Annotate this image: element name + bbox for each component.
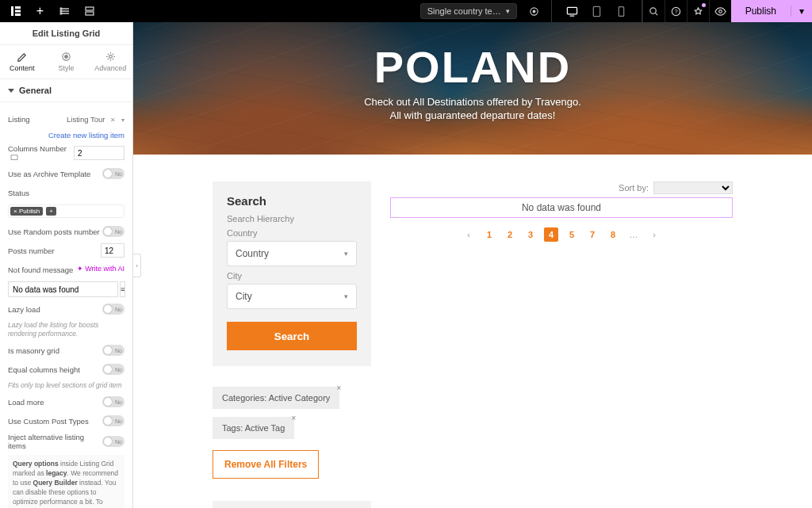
template-picker[interactable]: Single country te… ▾ bbox=[420, 3, 517, 19]
status-chip-publish[interactable]: × Publish bbox=[10, 207, 43, 216]
section-general[interactable]: General bbox=[0, 79, 132, 102]
hero-subtitle-2: All with guaranteed departure dates! bbox=[390, 109, 556, 121]
sort-by-select[interactable] bbox=[653, 181, 733, 194]
page-5[interactable]: 5 bbox=[565, 227, 579, 242]
svg-rect-3 bbox=[15, 13, 21, 16]
publish-options-caret[interactable]: ▾ bbox=[791, 6, 812, 17]
chevron-down-icon: ▾ bbox=[344, 250, 348, 258]
svg-point-19 bbox=[65, 55, 68, 59]
whats-new-icon[interactable] bbox=[687, 0, 709, 22]
loadmore-toggle[interactable]: No bbox=[102, 396, 124, 407]
lazy-label: Lazy load bbox=[8, 305, 102, 314]
svg-point-10 bbox=[533, 10, 535, 13]
random-label: Use Random posts number bbox=[8, 227, 102, 236]
finder-icon[interactable] bbox=[642, 0, 665, 22]
page-7[interactable]: 7 bbox=[585, 227, 599, 242]
preview-canvas: POLAND Check out All Destinations offere… bbox=[133, 22, 812, 508]
svg-point-17 bbox=[718, 10, 722, 13]
lazy-toggle[interactable]: No bbox=[102, 304, 124, 315]
listing-label: Listing bbox=[8, 115, 67, 124]
svg-rect-2 bbox=[15, 10, 21, 13]
tab-style[interactable]: Style bbox=[44, 45, 89, 78]
elementor-logo-icon[interactable] bbox=[10, 6, 21, 17]
add-element-icon[interactable]: + bbox=[34, 6, 46, 17]
lazy-hint: Lazy load the listing for boosts renderi… bbox=[8, 321, 124, 338]
preview-icon[interactable] bbox=[709, 0, 731, 22]
close-icon[interactable]: × bbox=[337, 384, 342, 392]
search-button[interactable]: Search bbox=[227, 322, 357, 350]
page-3[interactable]: 3 bbox=[523, 227, 538, 242]
tablet-device-icon[interactable] bbox=[591, 6, 603, 17]
structure-icon[interactable] bbox=[59, 6, 71, 17]
archive-toggle[interactable]: No bbox=[102, 168, 124, 179]
columns-input[interactable] bbox=[74, 146, 124, 160]
archive-label: Use as Archive Template bbox=[8, 170, 102, 178]
page-›[interactable]: › bbox=[647, 227, 661, 242]
filter-chip-tag[interactable]: Tags: Active Tag bbox=[213, 417, 294, 439]
page-2[interactable]: 2 bbox=[503, 227, 517, 242]
filter-by-card: Filter by: bbox=[213, 501, 371, 508]
chevron-down-icon: ▾ bbox=[344, 292, 348, 300]
template-name: Single country te… bbox=[427, 6, 501, 16]
desktop-device-icon[interactable] bbox=[566, 6, 578, 17]
page-‹[interactable]: ‹ bbox=[462, 227, 476, 242]
equal-cols-toggle[interactable]: No bbox=[102, 364, 124, 375]
svg-rect-8 bbox=[86, 12, 94, 15]
svg-text:?: ? bbox=[674, 8, 677, 15]
status-chips[interactable]: × Publish + bbox=[8, 204, 124, 218]
country-select[interactable]: Country▾ bbox=[227, 241, 357, 266]
svg-point-5 bbox=[60, 10, 62, 12]
columns-label: Columns Number bbox=[8, 144, 74, 162]
custom-post-label: Use Custom Post Types bbox=[8, 417, 102, 426]
navigator-icon[interactable] bbox=[83, 6, 95, 17]
panel-title: Edit Listing Grid bbox=[0, 22, 132, 45]
mobile-device-icon[interactable] bbox=[615, 6, 627, 17]
hero-title: POLAND bbox=[374, 41, 571, 93]
equal-cols-hint: Fits only top level sections of grid ite… bbox=[8, 381, 124, 390]
svg-point-6 bbox=[60, 13, 62, 14]
city-select[interactable]: City▾ bbox=[227, 284, 357, 309]
tab-advanced[interactable]: Advanced bbox=[88, 45, 132, 78]
tab-content[interactable]: Content bbox=[0, 45, 44, 78]
close-icon[interactable]: × bbox=[291, 414, 296, 422]
remove-all-filters-button[interactable]: Remove All Filters bbox=[213, 450, 319, 479]
svg-point-14 bbox=[649, 7, 655, 13]
dynamic-tags-icon[interactable]: ≡ bbox=[120, 281, 125, 297]
top-bar: + Single country te… ▾ bbox=[0, 0, 812, 22]
listing-grid-notfound[interactable]: No data was found bbox=[390, 197, 733, 218]
create-listing-link[interactable]: Create new listing item bbox=[8, 131, 124, 139]
page-8[interactable]: 8 bbox=[606, 227, 620, 242]
help-icon[interactable]: ? bbox=[665, 0, 687, 22]
posts-number-input[interactable] bbox=[101, 243, 124, 258]
notfound-input[interactable] bbox=[8, 281, 118, 297]
loadmore-label: Load more bbox=[8, 398, 102, 407]
svg-rect-21 bbox=[11, 155, 17, 160]
page-4[interactable]: 4 bbox=[544, 227, 558, 242]
city-label: City bbox=[227, 271, 357, 281]
svg-rect-11 bbox=[567, 7, 576, 13]
random-toggle[interactable]: No bbox=[102, 226, 124, 237]
svg-rect-13 bbox=[619, 6, 623, 16]
hero-subtitle-1: Check out All Destinations offered by Tr… bbox=[364, 96, 581, 108]
page-1[interactable]: 1 bbox=[482, 227, 496, 242]
inject-toggle[interactable]: No bbox=[102, 436, 124, 447]
svg-point-20 bbox=[109, 55, 112, 59]
page-…: … bbox=[626, 227, 641, 242]
status-label: Status bbox=[8, 189, 124, 197]
page-settings-icon[interactable] bbox=[528, 6, 540, 17]
status-add-chip[interactable]: + bbox=[46, 207, 56, 216]
pagination: ‹1234578…› bbox=[390, 227, 733, 242]
search-card: Search Search Hierarchy Country Country▾… bbox=[213, 181, 371, 366]
chevron-down-icon bbox=[8, 89, 14, 93]
country-label: Country bbox=[227, 228, 357, 238]
masonry-toggle[interactable]: No bbox=[102, 345, 124, 356]
panel-collapse-handle[interactable]: ‹ bbox=[133, 254, 141, 277]
svg-rect-1 bbox=[15, 6, 21, 9]
filter-chip-category[interactable]: Categories: Active Category bbox=[213, 387, 339, 409]
custom-post-toggle[interactable]: No bbox=[102, 415, 124, 426]
svg-rect-12 bbox=[593, 6, 599, 16]
write-with-ai-link[interactable]: ✦ Write with AI bbox=[77, 265, 124, 273]
listing-select[interactable]: Listing Tour ✕ ▾ bbox=[67, 115, 124, 124]
panel-tabs: Content Style Advanced bbox=[0, 45, 132, 79]
publish-button[interactable]: Publish ▾ bbox=[731, 0, 812, 22]
